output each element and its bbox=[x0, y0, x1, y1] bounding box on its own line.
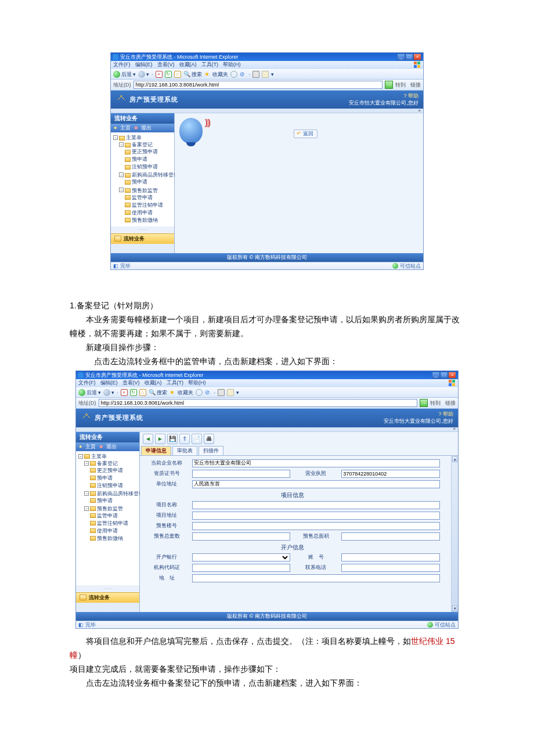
maximize-button[interactable]: □ bbox=[405, 53, 413, 60]
address-input[interactable] bbox=[99, 399, 418, 407]
tree-item[interactable]: 预申请 bbox=[125, 156, 173, 163]
tree-group-2[interactable]: −预售款监管 监管申请 监管注销申请 使用申请 预售款缴纳 bbox=[119, 186, 173, 224]
sidebar-home-icon[interactable]: ● bbox=[114, 125, 117, 131]
tree-group-2[interactable]: −预售款监管 监管申请 监管注销申请 使用申请 预售款缴纳 bbox=[84, 505, 138, 543]
save-button[interactable]: 💾 bbox=[167, 434, 178, 444]
tree-item[interactable]: 更正预申请 bbox=[125, 148, 173, 156]
sidebar-resize-handle[interactable]: ⋯⋯ bbox=[111, 226, 174, 233]
tab-scans[interactable]: 扫描件 bbox=[199, 446, 223, 455]
sidebar-bottom[interactable]: 流转业务 bbox=[76, 592, 139, 603]
tree-root[interactable]: −主菜单 −备案登记 更正预申请 预申请 注销预申请 −新购商品房转移登记 bbox=[78, 453, 138, 543]
favorites-button[interactable]: ★收藏夹 bbox=[169, 389, 193, 396]
sidebar-bottom[interactable]: 流转业务 bbox=[111, 233, 174, 244]
mail-button[interactable] bbox=[262, 71, 269, 78]
proj-name-input[interactable] bbox=[192, 501, 440, 509]
back-button[interactable]: 后退 ▾ bbox=[78, 389, 101, 396]
tree-item[interactable]: 使用申请 bbox=[90, 527, 138, 535]
go-button[interactable]: → bbox=[385, 81, 393, 89]
tree-item[interactable]: 预申请 bbox=[125, 178, 173, 186]
tree-group-0[interactable]: −备案登记 更正预申请 预申请 注销预申请 bbox=[119, 141, 173, 171]
forward-button[interactable]: ▾ bbox=[138, 71, 149, 78]
history-button[interactable] bbox=[230, 71, 237, 78]
tree-item[interactable]: 预申请 bbox=[90, 497, 138, 505]
popup-blocker-button[interactable]: ⊘ bbox=[240, 71, 247, 78]
links-label[interactable]: 链接 bbox=[410, 82, 421, 88]
tree-root[interactable]: −主菜单 −备案登记 更正预申请 预申请 注销预申请 −新购商品房转移登记 bbox=[113, 134, 173, 225]
help-link[interactable]: ? 帮助 bbox=[384, 411, 453, 418]
tree-item[interactable]: 监管注销申请 bbox=[125, 201, 173, 208]
menu-tools[interactable]: 工具(T) bbox=[201, 62, 219, 69]
back-button[interactable]: 后退 ▾ bbox=[113, 71, 136, 78]
menu-file[interactable]: 文件(F) bbox=[78, 380, 96, 387]
tab-application-info[interactable]: 申请信息 bbox=[141, 446, 171, 455]
submit-button[interactable]: ⇑ bbox=[179, 434, 190, 444]
print-button[interactable] bbox=[218, 389, 225, 396]
menu-edit[interactable]: 编辑(E) bbox=[100, 380, 118, 387]
menu-tools[interactable]: 工具(T) bbox=[167, 380, 184, 387]
menu-edit[interactable]: 编辑(E) bbox=[135, 62, 153, 69]
menu-view[interactable]: 查看(V) bbox=[157, 62, 175, 69]
refresh-button[interactable]: ↻ bbox=[165, 71, 172, 78]
forward-button[interactable]: ▾ bbox=[103, 389, 114, 396]
tree-group-1[interactable]: −新购商品房转移登记 预申请 bbox=[119, 171, 173, 186]
prev-button[interactable]: ◄ bbox=[143, 434, 153, 444]
favorites-button[interactable]: ★收藏夹 bbox=[204, 71, 228, 78]
go-button[interactable]: → bbox=[420, 399, 428, 407]
scroll-down-button[interactable]: ▾ bbox=[452, 606, 457, 611]
tree-item[interactable]: 注销预申请 bbox=[90, 482, 138, 489]
menu-help[interactable]: 帮助(H) bbox=[223, 62, 241, 69]
bank-select[interactable] bbox=[192, 553, 290, 561]
popup-blocker-button[interactable]: ⊘ bbox=[205, 389, 212, 396]
home-button[interactable]: ⌂ bbox=[139, 389, 146, 396]
sidebar-logout-icon[interactable]: ■ bbox=[134, 125, 137, 131]
minimize-button[interactable]: _ bbox=[432, 372, 440, 379]
sidebar-logout[interactable]: 退出 bbox=[106, 444, 117, 450]
tree-item[interactable]: 更正预申请 bbox=[90, 467, 138, 474]
org-input[interactable] bbox=[192, 564, 290, 572]
menu-view[interactable]: 查看(V) bbox=[122, 380, 140, 387]
home-button[interactable]: ⌂ bbox=[174, 71, 181, 78]
menu-file[interactable]: 文件(F) bbox=[113, 62, 131, 69]
stop-button[interactable]: × bbox=[121, 389, 128, 396]
search-button[interactable]: 🔍搜索 bbox=[149, 389, 167, 396]
cert-input[interactable] bbox=[192, 470, 290, 478]
stop-button[interactable]: × bbox=[156, 71, 163, 78]
links-label[interactable]: 链接 bbox=[445, 400, 456, 406]
tree-item[interactable]: 监管申请 bbox=[90, 512, 138, 520]
mail-button[interactable] bbox=[227, 389, 234, 396]
history-button[interactable] bbox=[196, 389, 203, 396]
toolbar-overflow[interactable]: ▾ bbox=[236, 390, 239, 396]
menu-fav[interactable]: 收藏(A) bbox=[179, 62, 197, 69]
toolbar-overflow[interactable]: ▾ bbox=[271, 71, 274, 78]
tab-approval[interactable]: 审批表 bbox=[172, 446, 197, 455]
scroll-up-button[interactable]: ▴ bbox=[452, 456, 457, 462]
tree-item[interactable]: 预售款缴纳 bbox=[90, 535, 138, 542]
minimize-button[interactable]: _ bbox=[397, 53, 405, 60]
menu-help[interactable]: 帮助(H) bbox=[188, 380, 206, 387]
collapse-icon[interactable]: « bbox=[418, 108, 421, 114]
sidebar-home[interactable]: 主页 bbox=[120, 125, 131, 131]
next-button[interactable]: ► bbox=[155, 434, 165, 444]
tree-item[interactable]: 使用申请 bbox=[125, 208, 173, 216]
tree-group-0[interactable]: −备案登记 更正预申请 预申请 注销预申请 bbox=[84, 460, 138, 490]
tree-item[interactable]: 监管申请 bbox=[125, 193, 173, 201]
tree-item[interactable]: 预申请 bbox=[90, 474, 138, 482]
return-button[interactable]: ↶ 返回 bbox=[294, 129, 317, 138]
tree-item[interactable]: 注销预申请 bbox=[125, 163, 173, 171]
tree-item[interactable]: 监管注销申请 bbox=[90, 520, 138, 527]
sidebar-logout[interactable]: 退出 bbox=[141, 125, 151, 131]
presale-cnt-input[interactable] bbox=[192, 532, 290, 541]
tel-input[interactable] bbox=[341, 564, 439, 572]
sidebar-resize-handle[interactable]: ⋯⋯ bbox=[76, 585, 139, 592]
address-input[interactable] bbox=[134, 81, 383, 89]
presale-area-input[interactable] bbox=[341, 532, 439, 541]
help-link[interactable]: ? 帮助 bbox=[349, 93, 418, 100]
new-button[interactable]: 📄 bbox=[192, 434, 202, 444]
print-button[interactable] bbox=[252, 71, 259, 78]
sidebar-home[interactable]: 主页 bbox=[85, 444, 96, 450]
addr2-input[interactable] bbox=[192, 574, 440, 582]
close-button[interactable]: × bbox=[448, 372, 456, 379]
presale-no-input[interactable] bbox=[192, 522, 440, 530]
tree-item[interactable]: 预售款缴纳 bbox=[125, 216, 173, 224]
maximize-button[interactable]: □ bbox=[440, 372, 448, 379]
